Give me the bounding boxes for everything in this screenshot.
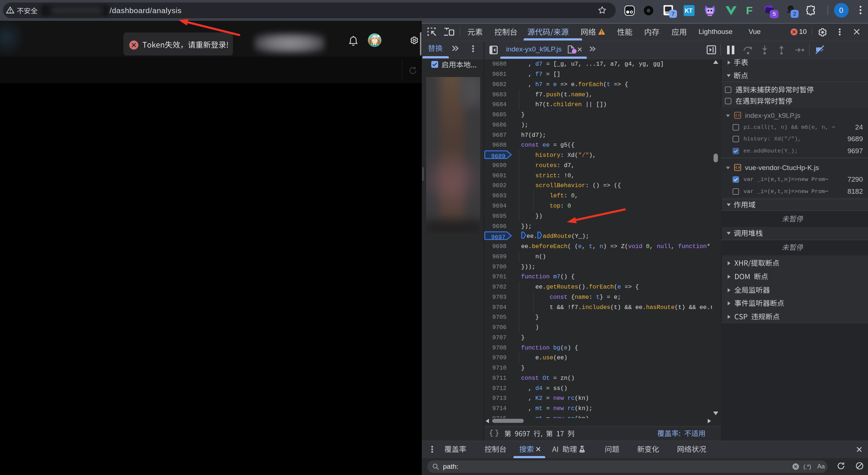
svg-text:9697: 9697 xyxy=(491,234,505,241)
svg-text:9689: 9689 xyxy=(491,153,505,160)
